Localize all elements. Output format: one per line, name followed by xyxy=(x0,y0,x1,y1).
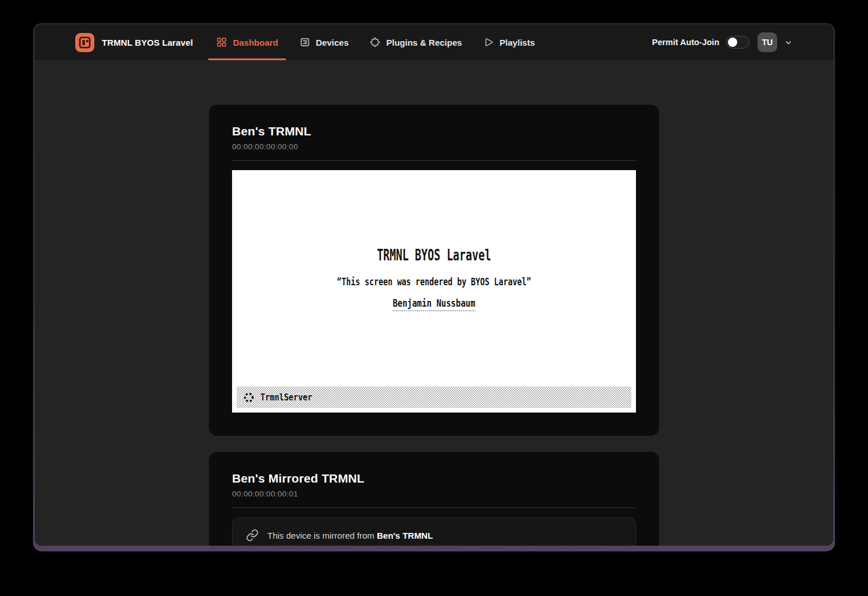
tab-playlists-label: Playlists xyxy=(499,38,535,47)
device-card-bens-mirrored-trmnl: Ben's Mirrored TRMNL 00:00:00:00:00:01 T… xyxy=(209,452,659,546)
device-mac-address: 00:00:00:00:00:01 xyxy=(232,490,636,498)
device-card-bens-trmnl: Ben's TRMNL 00:00:00:00:00:00 TRMNL BYOS… xyxy=(209,105,659,436)
app-window: TRMNL BYOS Laravel Dashboard xyxy=(35,24,833,546)
mirror-notice-text: This device is mirrored from Ben's TRMNL xyxy=(267,531,433,540)
spinner-icon xyxy=(243,392,255,403)
mirror-notice: This device is mirrored from Ben's TRMNL xyxy=(232,517,636,546)
tab-plugins-recipes-label: Plugins & Recipes xyxy=(386,38,462,47)
app-window-frame: TRMNL BYOS Laravel Dashboard xyxy=(33,23,835,551)
top-navbar: TRMNL BYOS Laravel Dashboard xyxy=(35,24,833,60)
trmnl-logo xyxy=(75,33,94,52)
dashboard-content: Ben's TRMNL 00:00:00:00:00:00 TRMNL BYOS… xyxy=(35,60,833,546)
play-icon xyxy=(483,36,494,48)
screen-author-link: Benjamin Nussbaum xyxy=(393,297,476,311)
toggle-knob xyxy=(728,38,737,47)
device-name: Ben's TRMNL xyxy=(232,124,636,138)
app-title: TRMNL BYOS Laravel xyxy=(102,38,193,47)
link-icon xyxy=(246,529,259,542)
trmnl-device-icon xyxy=(75,33,94,52)
puzzle-icon xyxy=(369,36,381,48)
screen-quote: “This screen was rendered by BYOS Larave… xyxy=(277,276,591,288)
brand-home-link[interactable]: TRMNL BYOS Laravel xyxy=(75,24,193,60)
user-avatar-button[interactable]: TU xyxy=(757,32,777,52)
navbar-right: Permit Auto-Join TU xyxy=(652,24,793,60)
tab-dashboard-label: Dashboard xyxy=(233,38,278,47)
screen-status-label: TrmnlServer xyxy=(260,392,312,403)
screen-title: TRMNL BYOS Laravel xyxy=(293,247,576,264)
permit-auto-join-label: Permit Auto-Join xyxy=(652,38,719,47)
tab-plugins-recipes[interactable]: Plugins & Recipes xyxy=(362,24,469,60)
tab-playlists[interactable]: Playlists xyxy=(475,24,542,60)
screen-author-row: Benjamin Nussbaum xyxy=(269,297,599,311)
mirror-notice-prefix: This device is mirrored from xyxy=(267,531,377,540)
grid-icon xyxy=(216,36,227,48)
nav-tabs: Dashboard Devices xyxy=(205,24,545,60)
tab-devices[interactable]: Devices xyxy=(292,24,356,60)
divider xyxy=(232,507,636,508)
device-mac-address: 00:00:00:00:00:00 xyxy=(232,142,636,151)
device-name: Ben's Mirrored TRMNL xyxy=(232,472,636,485)
divider xyxy=(232,160,636,161)
tab-devices-label: Devices xyxy=(316,38,349,47)
permit-auto-join-toggle[interactable] xyxy=(726,36,749,49)
screen-status-bar: TrmnlServer xyxy=(237,387,631,408)
navbar-left: TRMNL BYOS Laravel Dashboard xyxy=(75,24,545,60)
device-screen-preview: TRMNL BYOS Laravel “This screen was rend… xyxy=(232,170,636,413)
mirror-source-device: Ben's TRMNL xyxy=(377,531,433,540)
tab-dashboard[interactable]: Dashboard xyxy=(208,24,285,60)
chevron-down-icon[interactable] xyxy=(784,38,793,47)
device-list-icon xyxy=(299,36,311,48)
